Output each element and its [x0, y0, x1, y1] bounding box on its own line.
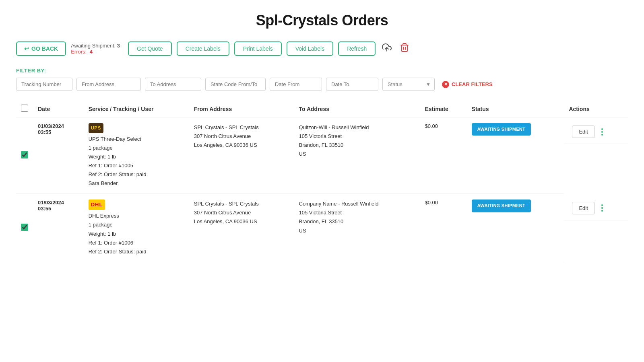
go-back-icon: ↩ — [24, 45, 29, 52]
ref1: Ref 1: Order #1005 — [89, 162, 133, 169]
ref2: Ref 2: Order Status: paid — [89, 249, 147, 255]
to-name: Quitzon-Will - Russell Winfield — [299, 124, 369, 130]
orders-table: Date Service / Tracking / User From Addr… — [16, 101, 628, 262]
dot1 — [601, 204, 603, 206]
status-filter-wrapper: Status Awaiting Shipment Shipped Error ▼ — [382, 78, 435, 91]
orders-tbody: 01/03/2024 03:55 UPS UPS Three-Day Selec… — [16, 117, 628, 262]
table-row: 01/03/2024 03:55 UPS UPS Three-Day Selec… — [16, 117, 628, 194]
row-from-address: SPL Crystals - SPL Crystals 307 North Ci… — [189, 194, 294, 262]
header-date: Date — [33, 101, 84, 117]
packages: 1 package — [89, 222, 113, 228]
date-from-input[interactable] — [270, 78, 322, 91]
row-date: 01/03/2024 03:55 — [33, 194, 84, 262]
status-badge: AWAITING SHIPMENT — [472, 200, 531, 212]
header-status: Status — [467, 101, 564, 117]
go-back-label: GO BACK — [31, 45, 58, 52]
row-status: AWAITING SHIPMENT — [467, 194, 564, 262]
select-all-checkbox[interactable] — [21, 105, 28, 112]
weight: Weight: 1 lb — [89, 154, 116, 160]
go-back-button[interactable]: ↩ GO BACK — [16, 41, 66, 56]
dot2 — [601, 131, 603, 133]
dhl-logo: DHL — [89, 200, 105, 210]
carrier-logo: DHL — [89, 200, 184, 210]
row-checkbox-cell — [16, 194, 33, 262]
header-service: Service / Tracking / User — [84, 101, 189, 117]
errors-text: Errors: 4 — [71, 49, 120, 55]
clear-icon: ✕ — [442, 81, 449, 88]
to-address-input[interactable] — [145, 78, 201, 91]
table-header: Date Service / Tracking / User From Addr… — [16, 101, 628, 117]
edit-button[interactable]: Edit — [572, 125, 594, 138]
row-actions: Edit — [564, 194, 628, 220]
row-estimate: $0.00 — [420, 194, 467, 262]
to-city-state: Brandon, FL 33510 — [299, 218, 344, 224]
awaiting-info: Awaiting Shipment: 3 Errors: 4 — [71, 43, 120, 55]
from-city-state: Los Angeles, CA 90036 US — [194, 218, 257, 224]
refresh-button[interactable]: Refresh — [338, 41, 376, 56]
get-quote-button[interactable]: Get Quote — [128, 41, 172, 56]
weight: Weight: 1 lb — [89, 231, 116, 237]
state-code-input[interactable] — [205, 78, 266, 91]
dot3 — [601, 134, 603, 136]
from-company: SPL Crystals - SPL Crystals — [194, 201, 259, 207]
upload-icon — [382, 43, 392, 52]
upload-button[interactable] — [380, 41, 393, 56]
clear-filters-label: CLEAR FILTERS — [452, 81, 493, 87]
date-to-input[interactable] — [326, 78, 378, 91]
filter-label: FILTER BY: — [16, 68, 628, 74]
status-select[interactable]: Status Awaiting Shipment Shipped Error — [382, 78, 435, 91]
page-wrapper: Spl-Crystals Orders ↩ GO BACK Awaiting S… — [0, 0, 644, 362]
row-actions: Edit — [564, 117, 628, 144]
awaiting-text: Awaiting Shipment: 3 — [71, 43, 120, 49]
to-country: US — [299, 228, 306, 234]
table-row: 01/03/2024 03:55 DHL DHL Express 1 packa… — [16, 194, 628, 262]
more-options-button[interactable] — [600, 203, 605, 213]
row-checkbox[interactable] — [21, 224, 28, 231]
void-labels-button[interactable]: Void Labels — [287, 41, 333, 56]
trash-icon — [400, 43, 409, 52]
from-company: SPL Crystals - SPL Crystals — [194, 124, 259, 130]
service-name: UPS Three-Day Select — [89, 136, 141, 142]
service-name: DHL Express — [89, 213, 119, 219]
row-status: AWAITING SHIPMENT — [467, 117, 564, 194]
header-checkbox-cell — [16, 101, 33, 117]
row-checkbox-cell — [16, 117, 33, 194]
row-checkbox[interactable] — [21, 151, 28, 158]
carrier-logo: UPS — [89, 123, 184, 133]
header-actions: Actions — [564, 101, 628, 117]
to-city-state: Brandon, FL 33510 — [299, 142, 344, 148]
edit-button[interactable]: Edit — [572, 202, 594, 214]
packages: 1 package — [89, 145, 113, 151]
dot3 — [601, 210, 603, 212]
filter-row: Status Awaiting Shipment Shipped Error ▼… — [16, 78, 628, 91]
delete-button[interactable] — [398, 41, 411, 56]
more-options-button[interactable] — [600, 127, 605, 137]
create-labels-button[interactable]: Create Labels — [177, 41, 229, 56]
from-address-input[interactable] — [76, 78, 141, 91]
dot2 — [601, 207, 603, 209]
row-service: UPS UPS Three-Day Select 1 package Weigh… — [84, 117, 189, 194]
row-service: DHL DHL Express 1 package Weight: 1 lb R… — [84, 194, 189, 262]
clear-filters-button[interactable]: ✕ CLEAR FILTERS — [442, 81, 493, 88]
from-address1: 307 North Citrus Avenue — [194, 133, 251, 139]
to-address1: 105 Victoria Street — [299, 210, 342, 216]
row-to-address: Company Name - Russell Winfield 105 Vict… — [294, 194, 420, 262]
status-badge: AWAITING SHIPMENT — [472, 123, 531, 136]
ups-logo: UPS — [89, 123, 104, 133]
from-address1: 307 North Citrus Avenue — [194, 210, 251, 216]
from-city-state: Los Angeles, CA 90036 US — [194, 142, 257, 148]
header-from-address: From Address — [189, 101, 294, 117]
header-estimate: Estimate — [420, 101, 467, 117]
toolbar: ↩ GO BACK Awaiting Shipment: 3 Errors: 4… — [16, 41, 628, 56]
header-to-address: To Address — [294, 101, 420, 117]
to-name: Company Name - Russell Winfield — [299, 201, 379, 207]
print-labels-button[interactable]: Print Labels — [234, 41, 282, 56]
to-address1: 105 Victoria Street — [299, 133, 342, 139]
page-title: Spl-Crystals Orders — [16, 12, 628, 29]
row-estimate: $0.00 — [420, 117, 467, 194]
tracking-number-input[interactable] — [16, 78, 72, 91]
filter-section: FILTER BY: Status Awaiting Shipment Ship… — [16, 68, 628, 91]
row-to-address: Quitzon-Will - Russell Winfield 105 Vict… — [294, 117, 420, 194]
row-date: 01/03/2024 03:55 — [33, 117, 84, 194]
to-country: US — [299, 151, 306, 157]
